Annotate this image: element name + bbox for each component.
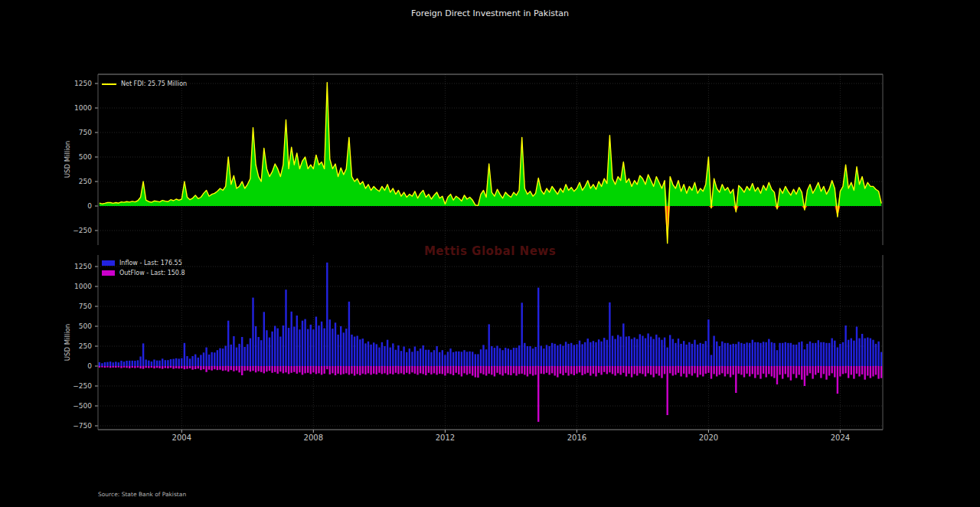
flows-legend: Inflow - Last: 176.55 OutFlow - Last: 15… [102,258,185,278]
inflow-bar [230,345,232,366]
inflow-bar [686,345,688,366]
outflow-bar [579,366,580,372]
outflow-bar [785,366,786,374]
outflow-bar [584,366,586,374]
inflow-bar [766,342,767,366]
outflow-bar [428,366,430,373]
inflow-bar [458,352,459,366]
y-tick-label: −250 [73,382,92,390]
inflow-bar [219,348,220,366]
outflow-bar [165,366,166,368]
outflow-bar [186,366,188,369]
inflow-bar [584,342,586,366]
inflow-bar [236,348,237,366]
outflow-bar [790,366,792,381]
inflow-bar [612,336,613,367]
inflow-bar [442,350,443,366]
inflow-bar [792,345,794,366]
outflow-legend-item: OutFlow - Last: 150.8 [102,268,185,278]
inflow-bar [132,361,133,366]
inflow-bar [642,336,643,367]
inflow-bar [834,341,835,366]
inflow-bar [557,345,558,366]
outflow-bar [279,366,281,371]
outflow-bar [653,366,655,378]
inflow-bar [573,345,575,366]
outflow-bar [106,366,108,368]
inflow-bar [491,346,492,366]
inflow-bar [258,337,260,366]
inflow-bar [799,342,800,366]
outflow-bar [606,366,608,374]
outflow-bar [392,366,394,375]
inflow-bar [853,341,854,366]
inflow-bar [743,344,745,366]
outflow-bar [304,366,305,373]
inflow-bar [702,344,704,366]
outflow-bar [766,366,767,378]
outflow-bar [754,366,756,378]
outflow-bar [420,366,421,373]
inflow-bar [296,316,298,366]
outflow-bar [733,366,734,375]
outflow-bar [779,366,780,375]
inflow-bar [614,339,616,366]
outflow-bar [423,366,424,374]
inflow-bar [768,339,769,366]
inflow-bar [263,312,265,366]
outflow-bar [307,366,309,373]
outflow-bar [184,366,185,369]
y-tick-label: −500 [73,402,92,410]
outflow-bar [364,366,366,375]
inflow-bar [678,339,679,366]
inflow-bar [763,342,764,366]
outflow-bar [856,366,858,374]
outflow-bar [880,366,882,378]
inflow-bar [310,325,312,366]
outflow-bar [716,366,717,377]
inflow-bar [200,355,201,366]
outflow-bar [820,366,822,378]
outflow-bar [373,366,374,374]
outflow-bar [411,366,413,372]
outflow-bar [439,366,440,374]
inflow-bar [688,342,690,366]
outflow-bar [757,366,759,375]
outflow-bar [705,366,707,374]
inflow-bar [694,340,695,366]
inflow-bar [208,355,210,366]
outflow-bar [475,366,476,378]
inflow-bar [501,350,503,366]
outflow-bar [518,366,520,374]
inflow-bar [326,263,328,366]
inflow-bar [485,349,487,366]
inflow-bar [818,340,819,366]
outflow-bar [562,366,564,375]
outflow-bar [546,366,547,373]
inflow-bar [812,343,813,366]
outflow-bar [335,366,336,375]
outflow-bar [354,366,355,376]
inflow-bar [142,343,144,366]
inflow-bar [387,340,388,366]
inflow-bar [877,342,879,366]
inflow-bar [395,350,397,366]
outflow-bar [688,366,690,374]
outflow-bar [343,366,345,374]
outflow-bar [326,366,328,369]
inflow-bar [378,348,380,366]
outflow-bar [172,366,174,369]
inflow-bar [250,339,251,366]
outflow-bar [534,366,536,375]
outflow-bar [735,366,737,393]
inflow-bar [397,345,399,366]
outflow-bar [99,366,100,368]
outflow-bar [414,366,416,374]
outflow-bar [236,366,237,371]
outflow-bar [368,366,369,373]
outflow-bar [823,366,825,374]
outflow-bar [351,366,352,374]
inflow-bar [828,343,830,366]
outflow-bar [617,366,619,373]
outflow-bar [337,366,338,374]
